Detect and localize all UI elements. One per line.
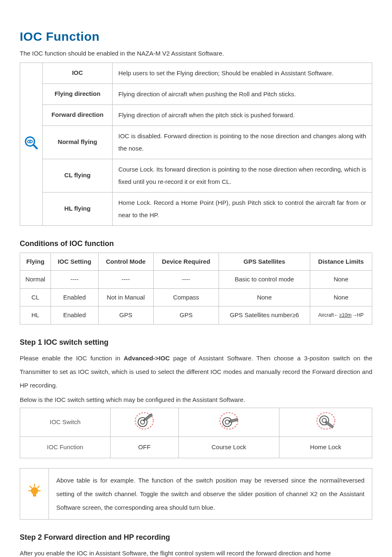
dist-value: ≥10m [339, 312, 353, 318]
step1-caption: Below is the IOC switch setting which ma… [20, 395, 372, 405]
page-title: IOC Function [20, 27, 372, 46]
cond-cell: GPS [98, 306, 153, 325]
cond-cell: CL [20, 288, 51, 306]
svg-line-1 [33, 145, 37, 149]
svg-line-17 [37, 486, 39, 488]
cond-row: Normal ---- ---- ---- Basic to control m… [20, 271, 372, 289]
conditions-heading: Conditions of IOC function [20, 238, 372, 249]
tip-text: Above table is for example. The function… [49, 469, 372, 519]
switch-pos-cell [178, 408, 279, 437]
svg-rect-14 [33, 494, 36, 497]
func-row-label: IOC Function [20, 436, 111, 458]
cond-cell: GPS [153, 306, 219, 325]
cond-header: Flying [20, 253, 51, 271]
tip-box: Above table is for example. The function… [20, 468, 372, 520]
def-label: HL flying [43, 192, 113, 225]
cond-cell: None [310, 288, 372, 306]
switch-pos-cell [111, 408, 179, 437]
cond-cell: Normal [20, 271, 51, 289]
cond-cell: GPS Satellites number≥6 [219, 306, 310, 325]
cond-cell: ---- [98, 271, 153, 289]
conditions-table: Flying IOC Setting Control Mode Device R… [20, 253, 372, 325]
def-label: IOC [43, 63, 113, 84]
def-desc: Flying direction of aircraft when pushin… [113, 84, 372, 104]
intro-text: The IOC function should be enabled in th… [20, 49, 372, 58]
cond-cell: Compass [153, 288, 219, 306]
cond-row: CL Enabled Not in Manual Compass None No… [20, 288, 372, 306]
func-cell: Course Lock [178, 436, 279, 458]
svg-point-13 [31, 487, 38, 494]
switch-mid-icon [219, 411, 239, 430]
cond-header: GPS Satellites [219, 253, 310, 271]
cond-cell: ---- [51, 271, 98, 289]
tip-icon-cell [20, 469, 49, 519]
cond-row: HL Enabled GPS GPS GPS Satellites number… [20, 306, 372, 325]
svg-line-16 [30, 486, 32, 488]
def-desc: Course Lock. Its forward direction is po… [113, 159, 372, 192]
cond-cell: Enabled [51, 306, 98, 325]
step1-body-pre: Please enable the IOC function in [20, 355, 124, 362]
cond-cell-distance: Aircraft←≥10m→HP [310, 306, 372, 325]
dist-left: Aircraft [318, 312, 334, 318]
magnify-eye-icon [24, 136, 38, 150]
svg-point-3 [29, 141, 31, 142]
arrow-left-icon: ← [334, 312, 339, 318]
step2-heading: Step 2 Forward direction and HP recordin… [20, 532, 372, 543]
arrow-right-icon: → [352, 312, 357, 318]
switch-row-label: IOC Switch [20, 408, 111, 437]
cond-cell: None [310, 271, 372, 289]
definitions-icon-cell [20, 63, 43, 225]
cond-header: Distance Limits [310, 253, 372, 271]
cond-cell: None [219, 288, 310, 306]
step1-body-bold: Advanced->IOC [124, 355, 170, 362]
switch-table: IOC Switch [20, 408, 372, 458]
cond-cell: Enabled [51, 288, 98, 306]
def-desc: Help users to set the Flying direction; … [113, 63, 372, 84]
def-label: Flying direction [43, 84, 113, 104]
cond-cell: HL [20, 306, 51, 325]
definitions-table: IOC Help users to set the Flying directi… [20, 63, 372, 226]
switch-down-icon [316, 411, 336, 430]
lightbulb-icon [28, 483, 41, 504]
cond-header: IOC Setting [51, 253, 98, 271]
switch-up-icon [134, 411, 154, 430]
dist-right: HP [357, 312, 364, 318]
cond-cell: Not in Manual [98, 288, 153, 306]
def-desc: IOC is disabled. Forward direction is po… [113, 125, 372, 159]
cond-cell: ---- [153, 271, 219, 289]
svg-point-9 [225, 420, 229, 424]
switch-pos-cell [279, 408, 372, 437]
func-cell: OFF [111, 436, 179, 458]
func-cell: Home Lock [279, 436, 372, 458]
def-label: Normal flying [43, 125, 113, 159]
def-desc: Flying direction of aircraft when the pi… [113, 104, 372, 125]
def-label: Forward direction [43, 104, 113, 125]
cond-header: Device Required [153, 253, 219, 271]
def-label: CL flying [43, 159, 113, 192]
step2-body: After you enable the IOC in Assistant So… [20, 546, 372, 557]
def-desc: Home Lock. Record a Home Point (HP), pus… [113, 192, 372, 225]
step1-heading: Step 1 IOC switch setting [20, 337, 372, 348]
cond-header: Control Mode [98, 253, 153, 271]
step1-body: Please enable the IOC function in Advanc… [20, 351, 372, 392]
cond-cell: Basic to control mode [219, 271, 310, 289]
